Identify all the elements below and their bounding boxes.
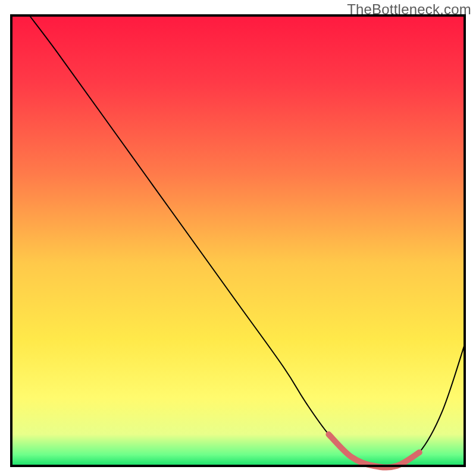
watermark-text: TheBottleneck.com	[347, 1, 471, 18]
chart-frame: TheBottleneck.com	[0, 0, 476, 476]
bottleneck-chart	[0, 0, 476, 476]
